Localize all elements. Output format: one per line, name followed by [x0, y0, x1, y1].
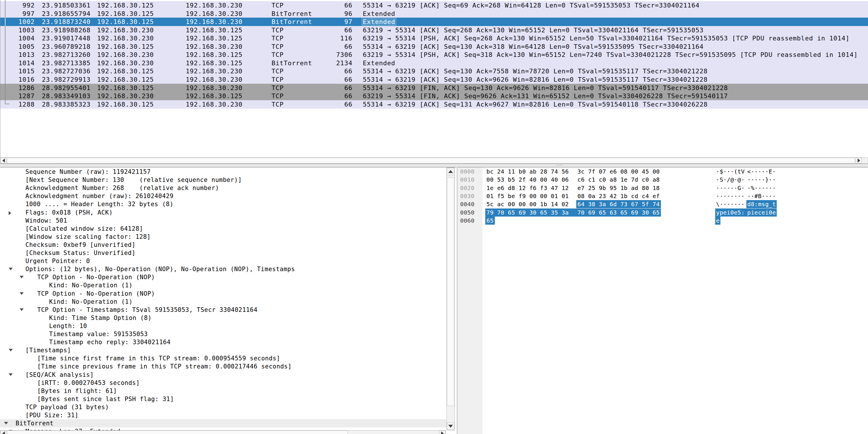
scrollbar-up-button[interactable]: [447, 168, 454, 175]
tree-row[interactable]: Acknowledgment number (raw): 2610240429: [0, 192, 446, 200]
tree-row[interactable]: [Bytes sent since last PSH flag: 31]: [0, 395, 446, 403]
tree-row[interactable]: [Calculated window size: 64128]: [0, 225, 446, 233]
expander-expanded-icon[interactable]: [9, 349, 13, 351]
ascii-bytes[interactable]: \·······: [716, 200, 745, 208]
packet-row[interactable]: 100423.919017448192.168.30.230192.168.30…: [0, 34, 868, 42]
tree-row[interactable]: Checksum: 0xbef9 [unverified]: [0, 241, 446, 249]
tree-row[interactable]: Kind: No-Operation (1): [0, 281, 446, 289]
expander-expanded-icon[interactable]: [20, 292, 24, 295]
scrollbar-thumb[interactable]: [7, 431, 348, 434]
ascii-bytes[interactable]: <·····E·: [747, 167, 776, 176]
tree-row[interactable]: Window: 501: [0, 217, 446, 225]
tree-row[interactable]: TCP Option - No-Operation (NOP): [0, 273, 446, 281]
hex-bytes[interactable]: bc 24 11 b0 ab 28 74 56: [487, 167, 569, 176]
packet-row[interactable]: 100523.960789218192.168.30.125192.168.30…: [0, 42, 868, 51]
ascii-bytes[interactable]: ·S·/@·@·: [716, 176, 745, 184]
packet-row[interactable]: 101323.982713260192.168.30.230192.168.30…: [0, 51, 868, 59]
expander-collapsed-icon[interactable]: [9, 211, 11, 215]
tree-row[interactable]: [iRTT: 0.000270453 seconds]: [0, 379, 446, 387]
hex-bytes[interactable]: 00 53 b5 2f 40 00 40 06: [487, 176, 569, 184]
packet-row[interactable]: 101623.982729913192.168.30.125192.168.30…: [0, 75, 868, 84]
hex-bytes[interactable]: 1e e6 d8 12 f6 f3 47 12: [487, 184, 569, 192]
ascii-bytes[interactable]: ········: [716, 192, 745, 200]
scrollbar-thumb[interactable]: [7, 158, 855, 163]
scrollbar-down-button[interactable]: [447, 423, 454, 430]
packet-row[interactable]: 101523.982727036192.168.30.125192.168.30…: [0, 67, 868, 75]
packet-row[interactable]: 128628.982955401192.168.30.125192.168.30…: [0, 84, 868, 92]
tree-row[interactable]: Length: 10: [0, 322, 446, 330]
scrollbar-thumb[interactable]: [447, 177, 454, 406]
scrollbar-right-button[interactable]: [439, 431, 445, 434]
packet-row[interactable]: 99723.918655794192.168.30.125192.168.30.…: [0, 9, 868, 18]
hex-bytes[interactable]: 70 69 65 63 65 69 30 65: [578, 209, 660, 217]
ascii-bytes[interactable]: ·%······: [747, 184, 776, 192]
tree-row[interactable]: Timestamp value: 591535053: [0, 330, 446, 338]
packet-row[interactable]: 101423.982713385192.168.30.230192.168.30…: [0, 59, 868, 67]
ascii-bytes[interactable]: ·····}··: [747, 176, 776, 184]
packet-row[interactable]: 128728.983349103192.168.30.230192.168.30…: [0, 92, 868, 100]
pane-splitter[interactable]: [0, 164, 868, 167]
tree-row[interactable]: [Bytes in flight: 61]: [0, 387, 446, 395]
expander-expanded-icon[interactable]: [20, 308, 24, 311]
hex-row[interactable]: 001000 53 b5 2f 40 00 40 06c6 c1 c0 a8 1…: [458, 176, 868, 184]
scrollbar-right-button[interactable]: [856, 158, 862, 163]
tree-row[interactable]: Flags: 0x018 (PSH, ACK): [0, 209, 446, 217]
tree-row[interactable]: TCP payload (31 bytes): [0, 403, 446, 411]
ascii-bytes[interactable]: ······G·: [716, 184, 745, 192]
hex-row[interactable]: 005079 70 65 69 30 65 35 3a70 69 65 63 6…: [458, 209, 868, 217]
details-vscrollbar[interactable]: [446, 167, 455, 430]
packet-row[interactable]: 100323.918988268192.168.30.230192.168.30…: [0, 26, 868, 34]
ascii-bytes[interactable]: piecei0e: [747, 209, 776, 217]
hex-bytes[interactable]: 5c ac 00 00 00 1b 14 02: [487, 200, 569, 208]
hex-row[interactable]: 003001 f5 be f9 00 00 01 0108 0a 23 42 1…: [458, 192, 868, 200]
tree-row[interactable]: TCP Option - No-Operation (NOP): [0, 290, 446, 298]
packet-row[interactable]: 128828.983385323192.168.30.125192.168.30…: [0, 100, 868, 108]
details-hscrollbar[interactable]: [0, 430, 446, 434]
tree-row[interactable]: TCP Option - Timestamps: TSval 591535053…: [0, 306, 446, 314]
expander-expanded-icon[interactable]: [9, 268, 13, 270]
hex-bytes[interactable]: 01 f5 be f9 00 00 01 01: [487, 192, 569, 200]
tree-row[interactable]: 1000 .... = Header Length: 32 bytes (8): [0, 200, 446, 208]
packet-row[interactable]: 99223.918503361192.168.30.125192.168.30.…: [0, 1, 868, 9]
tree-row[interactable]: [SEQ/ACK analysis]: [0, 371, 446, 379]
hex-row[interactable]: 0000bc 24 11 b0 ab 28 74 563c 7f 07 e6 0…: [458, 167, 868, 176]
tree-row[interactable]: [Next Sequence Number: 130 (relative seq…: [0, 176, 446, 184]
tree-row[interactable]: Kind: No-Operation (1): [0, 298, 446, 306]
hex-bytes[interactable]: e7 25 9b 95 1b ad 80 18: [578, 184, 660, 192]
tree-row[interactable]: Sequence Number (raw): 1192421157: [0, 168, 446, 176]
packet-row[interactable]: 100223.918873240192.168.30.125192.168.30…: [0, 18, 868, 26]
hex-row[interactable]: 00405c ac 00 00 00 1b 14 0264 38 3a 6d 7…: [458, 200, 868, 208]
tree-row[interactable]: Urgent Pointer: 0: [0, 257, 446, 265]
ascii-bytes[interactable]: e: [716, 217, 719, 225]
packet-list-hscrollbar[interactable]: [0, 157, 868, 164]
hex-bytes[interactable]: 79 70 65 69 30 65 35 3a: [487, 209, 569, 217]
tree-row[interactable]: Options: (12 bytes), No-Operation (NOP),…: [0, 265, 446, 273]
scrollbar-left-button[interactable]: [0, 158, 7, 163]
tree-row[interactable]: Acknowledgment Number: 268 (relative ack…: [0, 184, 446, 192]
tree-row[interactable]: [Time since previous frame in this TCP s…: [0, 362, 446, 370]
tree-row[interactable]: Kind: Time Stamp Option (8): [0, 314, 446, 322]
hex-row[interactable]: 006065e: [458, 217, 868, 225]
tree-row[interactable]: [Timestamps]: [0, 346, 446, 354]
scrollbar-left-button[interactable]: [0, 431, 7, 434]
tree-row[interactable]: Timestamp echo reply: 3304021164: [0, 338, 446, 346]
hex-row[interactable]: 00201e e6 d8 12 f6 f3 47 12e7 25 9b 95 1…: [458, 184, 868, 192]
tree-row[interactable]: [PDU Size: 31]: [0, 411, 446, 419]
hex-bytes[interactable]: 3c 7f 07 e6 08 00 45 00: [578, 167, 660, 176]
hex-bytes[interactable]: 64 38 3a 6d 73 67 5f 74: [578, 200, 660, 208]
ascii-bytes[interactable]: ··#B····: [747, 192, 776, 200]
tree-row[interactable]: [Checksum Status: Unverified]: [0, 249, 446, 257]
expander-expanded-icon[interactable]: [9, 373, 13, 376]
hex-bytes[interactable]: c6 c1 c0 a8 1e 7d c0 a8: [578, 176, 660, 184]
hex-bytes[interactable]: 08 0a 23 42 1b cd c4 ef: [578, 192, 660, 200]
tree-row-label: [Time since first frame in this TCP stre…: [37, 354, 280, 362]
hex-bytes[interactable]: 65: [487, 217, 494, 225]
ascii-bytes[interactable]: d8:msg_t: [747, 200, 776, 208]
ascii-bytes[interactable]: ·$···(tV: [716, 167, 745, 176]
tree-row-selected[interactable]: BitTorrent: [0, 419, 446, 427]
expander-expanded-icon[interactable]: [20, 276, 24, 278]
tree-row[interactable]: [Time since first frame in this TCP stre…: [0, 354, 446, 362]
expander-expanded-icon[interactable]: [4, 422, 8, 425]
tree-row[interactable]: [Window size scaling factor: 128]: [0, 233, 446, 241]
ascii-bytes[interactable]: ypei0e5:: [716, 209, 745, 217]
